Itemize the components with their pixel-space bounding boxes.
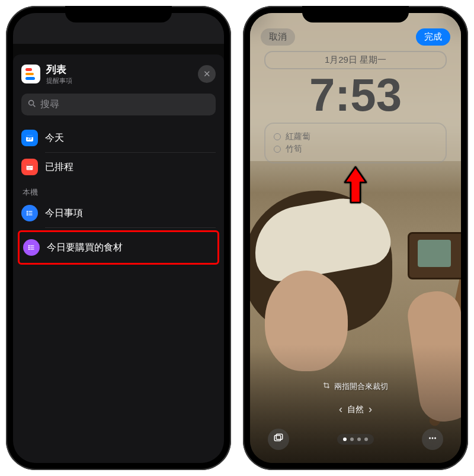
search-placeholder: 搜尋 [40,98,59,111]
svg-point-8 [29,167,30,168]
annotation-highlight-box: 今日要購買的食材 [18,230,219,265]
svg-point-11 [29,169,30,169]
list-item-today[interactable]: 29 今天 [21,124,216,152]
todo-circle-icon [274,133,281,140]
divider [45,227,216,228]
svg-point-7 [28,167,28,168]
svg-text:29: 29 [27,136,32,140]
search-icon [27,99,37,111]
list-item-label: 今日事項 [45,207,83,220]
page-dot [357,438,361,441]
screen-right: 取消 完成 1月29日 星期一 7:53 紅蘿蔔 竹筍 [250,13,461,463]
svg-point-28 [434,438,436,439]
sheet-subtitle: 提醒事項 [46,76,192,85]
photos-button[interactable] [268,429,289,450]
svg-point-0 [29,100,34,105]
close-button[interactable]: ✕ [198,65,216,83]
svg-line-1 [33,105,35,107]
svg-point-23 [28,249,29,249]
phone-right: 取消 完成 1月29日 星期一 7:53 紅蘿蔔 竹筍 [243,6,468,470]
filter-swipe-row[interactable]: ‹ 自然 › [250,403,461,416]
chevron-right-icon[interactable]: › [369,403,372,416]
ellipsis-icon [427,433,438,446]
cancel-label: 取消 [269,31,287,41]
list-bullet-icon [23,239,40,256]
svg-point-9 [31,167,31,168]
cancel-button[interactable]: 取消 [261,28,295,46]
search-input[interactable]: 搜尋 [21,94,216,115]
photos-icon [273,433,284,446]
date-text: 1月29日 星期一 [325,54,386,65]
list-item-scheduled[interactable]: 已排程 [21,153,216,181]
reminders-app-icon [21,65,40,83]
sheet-title: 列表 [46,63,192,76]
svg-point-16 [27,213,27,213]
svg-point-22 [28,247,29,247]
more-button[interactable] [422,429,443,450]
crop-icon [323,382,332,391]
phone-left: 列表 提醒事項 ✕ 搜尋 29 今天 [6,6,231,470]
todo-text: 紅蘿蔔 [286,131,310,142]
todo-circle-icon [274,146,281,153]
page-dot [350,438,354,441]
svg-point-17 [27,214,27,215]
page-indicator[interactable] [337,434,374,445]
list-item-label: 今日要購買的食材 [47,242,123,254]
list-item-custom[interactable]: 今日事項 [21,199,216,227]
chevron-left-icon[interactable]: ‹ [339,403,342,416]
section-label-local: 本機 [23,187,216,198]
notch [65,6,172,22]
svg-point-26 [429,438,431,439]
clock-time[interactable]: 7:53 [264,72,447,118]
widget-todo-item: 紅蘿蔔 [274,131,437,142]
svg-point-15 [27,211,27,212]
reminders-widget[interactable]: 紅蘿蔔 竹筍 [264,123,447,163]
close-icon: ✕ [203,69,211,79]
svg-point-10 [28,169,28,169]
done-button[interactable]: 完成 [416,28,450,46]
svg-rect-24 [274,436,281,441]
list-item-label: 已排程 [45,161,73,173]
list-picker-sheet: 列表 提醒事項 ✕ 搜尋 29 今天 [13,54,224,463]
bottom-toolbar [250,429,461,450]
svg-point-21 [28,246,29,246]
list-item-custom-highlighted[interactable]: 今日要購買的食材 [23,233,214,262]
sheet-header: 列表 提醒事項 ✕ [21,63,216,85]
page-dot [364,438,368,441]
calendar-icon [21,159,38,175]
filter-label: 自然 [347,404,364,415]
widget-todo-item: 竹筍 [274,144,437,155]
done-label: 完成 [424,31,442,41]
calendar-today-icon: 29 [21,130,38,146]
svg-rect-25 [276,434,283,439]
list-item-label: 今天 [45,132,64,144]
lock-screen-time-area: 1月29日 星期一 7:53 紅蘿蔔 竹筍 [264,51,447,163]
todo-text: 竹筍 [286,144,302,155]
crop-hint-text: 兩指開合來裁切 [334,382,388,391]
svg-rect-6 [27,164,33,166]
annotation-arrow-icon [342,165,369,208]
date-widget[interactable]: 1月29日 星期一 [264,51,447,69]
svg-point-27 [432,438,434,439]
screen-left: 列表 提醒事項 ✕ 搜尋 29 今天 [13,13,224,463]
notch [302,6,409,22]
list-bullet-icon [21,205,38,221]
page-dot [343,438,347,441]
crop-hint-label: 兩指開合來裁切 [250,381,461,392]
